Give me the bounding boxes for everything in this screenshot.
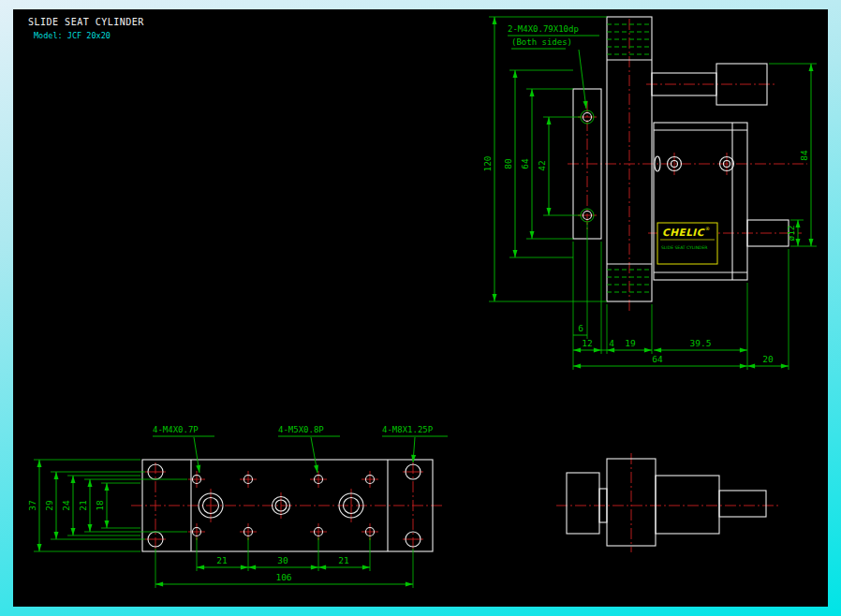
leader-line: [194, 437, 199, 473]
window-frame: SLIDE SEAT CYLINDER Model: JCF 20x20: [0, 0, 841, 616]
side-centerlines: [568, 19, 807, 313]
plan-dimensions: [34, 436, 448, 588]
dim-30: 30: [277, 555, 288, 565]
thread-callout-line2: (Both sides): [511, 37, 572, 47]
brand-logo: CHELIC: [662, 227, 705, 238]
dim-39-5: 39.5: [690, 338, 712, 348]
registered-mark: ®: [705, 226, 710, 231]
m8-callout: 4-M8X1.25P: [382, 425, 434, 434]
mount-plate-outline: [567, 473, 599, 534]
cylinder-body: [656, 476, 719, 534]
drawing-title: SLIDE SEAT CYLINDER: [28, 17, 144, 27]
dim-19: 19: [625, 338, 636, 348]
end-centerlines: [556, 453, 779, 552]
m4-callout: 4-M4X0.7P: [153, 425, 199, 434]
label-subtext: SLIDE SEAT CYLINDER: [661, 245, 708, 250]
dim-84: 84: [799, 150, 809, 161]
dim-dia12: ø12: [786, 225, 796, 241]
dim-29: 29: [44, 500, 54, 511]
chelic-label: CHELIC ® SLIDE SEAT CYLINDER: [657, 223, 717, 264]
dim-21b: 21: [338, 555, 349, 565]
piston-rod: [719, 491, 766, 517]
thread-callout-line1: 2-M4X0.79X10dp: [508, 24, 579, 34]
dim-120: 120: [482, 155, 493, 171]
dim-12: 12: [582, 338, 592, 348]
m5-callout: 4-M5X0.8P: [278, 425, 324, 434]
dim-24: 24: [61, 500, 71, 511]
cad-drawing: SLIDE SEAT CYLINDER Model: JCF 20x20: [13, 9, 828, 607]
plan-centerlines: [131, 462, 444, 549]
dim-42: 42: [537, 160, 547, 170]
leader-line: [413, 437, 415, 462]
dim-20: 20: [762, 354, 774, 364]
end-view: [556, 453, 779, 552]
dim-37: 37: [27, 500, 37, 510]
model-label: Model: JCF 20x20: [34, 31, 111, 40]
plan-view: 37 29 24 21 18 21 30 21 106 4-M4X0.7P 4-…: [27, 425, 448, 588]
title-block: SLIDE SEAT CYLINDER Model: JCF 20x20: [28, 17, 144, 40]
leader-line: [311, 437, 317, 473]
dim-21a: 21: [216, 555, 228, 565]
dim-64-vertical: 64: [520, 158, 530, 169]
dim-21-left: 21: [78, 500, 88, 511]
dim-18: 18: [95, 500, 105, 511]
side-view: 120 80 64 42 84 ø12 6 12 4 19 39.5 64 20…: [482, 17, 817, 370]
end-geometry: [567, 459, 766, 546]
dim-106: 106: [275, 572, 291, 582]
dim-4: 4: [609, 338, 614, 348]
drawing-canvas: SLIDE SEAT CYLINDER Model: JCF 20x20: [13, 9, 828, 607]
dim-6: 6: [578, 323, 583, 333]
dim-80: 80: [503, 158, 513, 169]
leader-line: [579, 50, 586, 109]
dim-64-horizontal: 64: [652, 354, 663, 364]
